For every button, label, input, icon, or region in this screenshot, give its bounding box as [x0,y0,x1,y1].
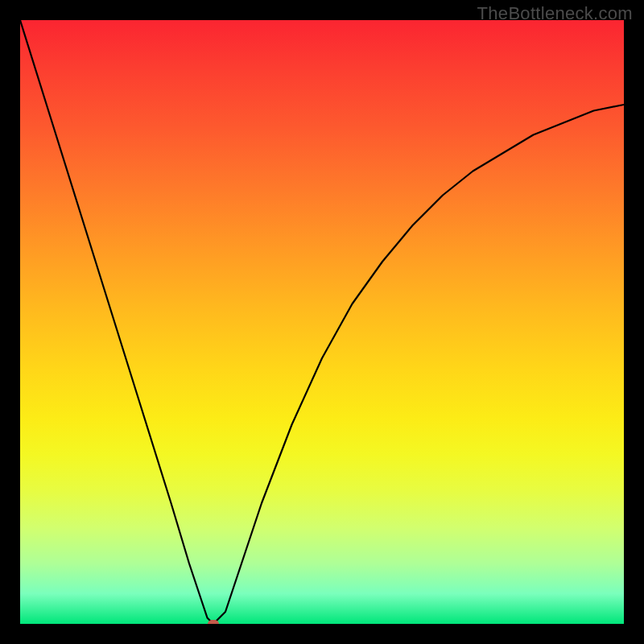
bottleneck-curve [20,20,624,624]
plot-area [20,20,624,624]
chart-frame: TheBottleneck.com [0,0,644,644]
watermark-text: TheBottleneck.com [477,3,633,24]
optimal-point-marker [208,620,219,624]
